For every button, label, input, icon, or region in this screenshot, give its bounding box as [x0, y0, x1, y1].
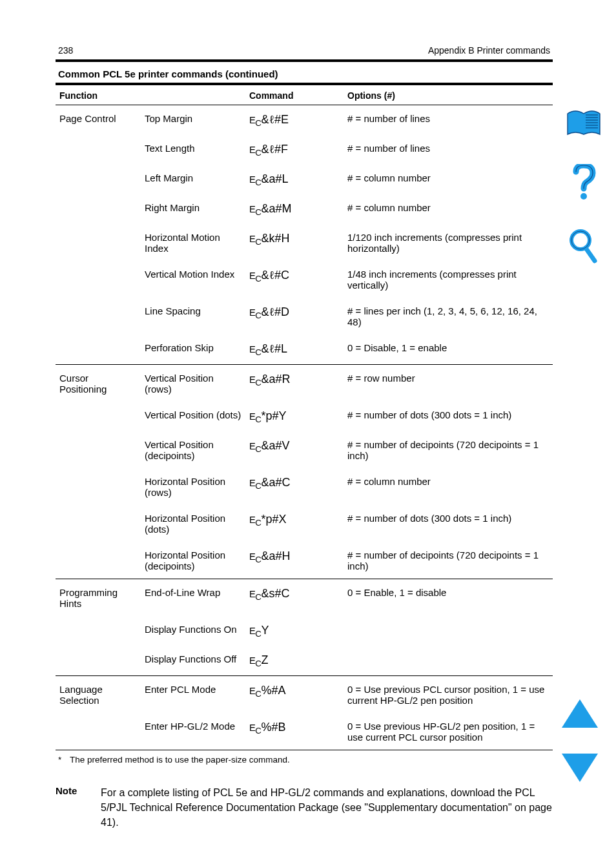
page-number: 238	[58, 45, 73, 56]
next-page-icon[interactable]	[562, 754, 598, 782]
appendix-title: Appendix B Printer commands	[428, 45, 550, 56]
command-cell: EC*p#Y	[245, 402, 344, 431]
function-cell: End-of-Line Wrap	[141, 579, 245, 616]
footnote: * The preferred method is to use the pap…	[56, 750, 553, 766]
function-cell: Horizontal Position (decipoints)	[141, 542, 245, 579]
section-name-cell: Language Selection	[56, 675, 141, 713]
options-cell: # = column number	[344, 194, 553, 224]
sidebar	[564, 110, 603, 267]
table-row: Vertical Position (decipoints)EC&a#V# = …	[56, 431, 553, 468]
options-cell	[344, 646, 553, 675]
table-row: Vertical Position (dots)EC*p#Y# = number…	[56, 402, 553, 431]
options-cell: 0 = Enable, 1 = disable	[344, 579, 553, 616]
function-cell: Display Functions On	[141, 616, 245, 646]
options-cell: # = number of lines	[344, 135, 553, 165]
options-cell: # = number of dots (300 dots = 1 inch)	[344, 505, 553, 542]
table-row: Display Functions OffECZ	[56, 646, 553, 675]
section-name-cell	[56, 298, 141, 334]
function-cell: Horizontal Motion Index	[141, 224, 245, 261]
function-cell: Horizontal Position (dots)	[141, 505, 245, 542]
command-cell: EC&a#M	[245, 194, 344, 224]
command-cell: EC&ℓ#D	[245, 298, 344, 334]
section-name-cell	[56, 542, 141, 579]
section-name-cell	[56, 135, 141, 165]
table-row: Cursor PositioningVertical Position (row…	[56, 364, 553, 402]
svg-point-6	[580, 193, 587, 200]
options-cell	[344, 616, 553, 646]
table-row: Horizontal Position (dots)EC*p#X# = numb…	[56, 505, 553, 542]
table-row: Right MarginEC&a#M# = column number	[56, 194, 553, 224]
function-cell: Vertical Motion Index	[141, 261, 245, 298]
options-cell: # = number of lines	[344, 105, 553, 135]
function-cell: Vertical Position (dots)	[141, 402, 245, 431]
function-cell: Enter HP-GL/2 Mode	[141, 713, 245, 750]
command-cell: EC%#A	[245, 675, 344, 713]
function-cell: Top Margin	[141, 105, 245, 135]
function-cell: Horizontal Position (rows)	[141, 468, 245, 505]
options-cell: 0 = Use previous HP-GL/2 pen position, 1…	[344, 713, 553, 750]
table-row: Vertical Motion IndexEC&ℓ#C1/48 inch inc…	[56, 261, 553, 298]
commands-table: Function Command Options (#) Page Contro…	[56, 85, 553, 750]
table-row: Perforation SkipEC&ℓ#L0 = Disable, 1 = e…	[56, 334, 553, 364]
function-cell: Vertical Position (decipoints)	[141, 431, 245, 468]
section-name-cell	[56, 616, 141, 646]
command-cell: EC&ℓ#F	[245, 135, 344, 165]
function-cell: Right Margin	[141, 194, 245, 224]
command-cell: ECZ	[245, 646, 344, 675]
table-row: Horizontal Position (rows)EC&a#C# = colu…	[56, 468, 553, 505]
table-row: Page ControlTop MarginEC&ℓ#E# = number o…	[56, 105, 553, 135]
command-cell: EC&s#C	[245, 579, 344, 616]
section-name-cell	[56, 431, 141, 468]
section-name-cell	[56, 194, 141, 224]
command-cell: EC&a#V	[245, 431, 344, 468]
section-name-cell	[56, 334, 141, 364]
col-command: Command	[245, 85, 344, 105]
options-cell: # = column number	[344, 468, 553, 505]
section-name-cell	[56, 165, 141, 194]
section-name-cell: Programming Hints	[56, 579, 141, 616]
table-row: Display Functions OnECY	[56, 616, 553, 646]
section-name-cell	[56, 224, 141, 261]
options-cell: # = lines per inch (1, 2, 3, 4, 5, 6, 12…	[344, 298, 553, 334]
command-cell: EC&a#R	[245, 364, 344, 402]
section-name-cell	[56, 505, 141, 542]
table-row: Left MarginEC&a#L# = column number	[56, 165, 553, 194]
options-cell: 1/48 inch increments (compresses print v…	[344, 261, 553, 298]
previous-page-icon[interactable]	[562, 699, 598, 728]
function-cell: Perforation Skip	[141, 334, 245, 364]
command-cell: EC&a#H	[245, 542, 344, 579]
table-row: Text LengthEC&ℓ#F# = number of lines	[56, 135, 553, 165]
section-name-cell	[56, 713, 141, 750]
footnote-marker: *	[58, 754, 70, 766]
command-cell: EC&a#L	[245, 165, 344, 194]
function-cell: Left Margin	[141, 165, 245, 194]
help-icon[interactable]	[571, 164, 597, 203]
command-cell: EC&ℓ#C	[245, 261, 344, 298]
options-cell: 1/120 inch increments (compresses print …	[344, 224, 553, 261]
table-caption: Common PCL 5e printer commands (continue…	[56, 62, 553, 83]
page-body: 238 Appendix B Printer commands Common P…	[56, 0, 553, 830]
note-block: Note For a complete listing of PCL 5e an…	[56, 785, 553, 830]
section-name-cell	[56, 402, 141, 431]
table-header-row: Function Command Options (#)	[56, 85, 553, 105]
contents-icon[interactable]	[566, 110, 601, 138]
col-options: Options (#)	[344, 85, 553, 105]
section-name-cell: Cursor Positioning	[56, 364, 141, 402]
options-cell: 0 = Use previous PCL cursor position, 1 …	[344, 675, 553, 713]
function-cell: Line Spacing	[141, 298, 245, 334]
section-name-cell: Page Control	[56, 105, 141, 135]
table-row: Programming HintsEnd-of-Line WrapEC&s#C0…	[56, 579, 553, 616]
function-cell: Enter PCL Mode	[141, 675, 245, 713]
table-row: Line SpacingEC&ℓ#D# = lines per inch (1,…	[56, 298, 553, 334]
page-nav	[562, 699, 598, 782]
command-cell: EC&ℓ#L	[245, 334, 344, 364]
function-cell: Vertical Position (rows)	[141, 364, 245, 402]
command-cell: EC&k#H	[245, 224, 344, 261]
search-icon[interactable]	[569, 229, 599, 267]
footnote-text: The preferred method is to use the paper…	[70, 754, 290, 766]
command-cell: EC&a#C	[245, 468, 344, 505]
options-cell: # = number of dots (300 dots = 1 inch)	[344, 402, 553, 431]
page-header: 238 Appendix B Printer commands	[56, 0, 553, 62]
command-cell: EC%#B	[245, 713, 344, 750]
command-cell: ECY	[245, 616, 344, 646]
